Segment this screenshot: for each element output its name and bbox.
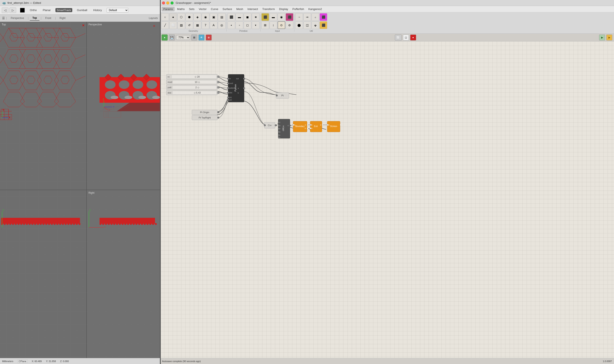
icon-input-3[interactable]: ◉ [278,13,285,21]
icon-box[interactable]: ▧ [177,21,185,29]
planar-btn[interactable]: Planar [41,8,52,12]
history-btn[interactable]: History [92,8,103,12]
icon-brep[interactable]: ◈ [194,13,201,21]
icon-extra[interactable]: ◎ [218,21,226,29]
icon-image[interactable]: ▤ [218,13,226,21]
icon-circle-outline[interactable]: ○ [161,13,169,21]
menu-curve[interactable]: Curve [209,7,220,11]
menu-sets[interactable]: Sets [187,7,196,11]
pt-origin-node[interactable]: Pt Origin [192,110,219,115]
menu-surface[interactable]: Surface [221,7,234,11]
icon-geo[interactable]: ◉ [202,13,209,21]
icon-input-5[interactable]: ⊞ [261,21,269,29]
gh-nav-1[interactable]: ▶ [599,35,605,40]
offcrv-node[interactable]: OffCrv C D P B K T O [278,119,291,139]
icon-util-1[interactable]: → [295,13,303,21]
icon-field[interactable]: ▣ [210,13,217,21]
icon-sphere[interactable]: ● [169,13,177,21]
icon-prim-6[interactable]: ▫ [235,21,243,29]
icon-input-6[interactable]: ↕ [270,21,277,29]
smarttrack-btn[interactable]: SmartTrack [55,8,72,12]
color-swatch[interactable] [20,8,25,13]
icon-prim-4[interactable]: ◾ [252,13,260,21]
icon-util-3[interactable]: ⬦ [312,13,319,21]
menu-maths[interactable]: Maths [175,7,186,11]
close-btn[interactable] [162,1,165,4]
param-mod[interactable]: mod 10 ◇ [166,80,219,84]
icon-prim-1[interactable]: ⬛ [227,13,235,21]
gh-settings-3[interactable]: ● [410,35,416,40]
gh-tool-green[interactable]: ● [162,35,168,40]
icon-input-4[interactable]: ⬛ [286,13,293,21]
icon-prim-5[interactable]: ▪ [227,21,235,29]
python-node[interactable]: Python rx mod pattern dist pt1 pt2 o [227,74,245,102]
menu-pufferfish[interactable]: Pufferfish [291,7,306,11]
icon-matrix[interactable]: ▦ [194,21,201,29]
viewport-perspective[interactable]: Perspective [87,22,160,190]
menu-params[interactable]: Params [162,7,175,11]
gh-nav-2[interactable]: ▶ [606,35,612,40]
icon-prim-expand[interactable]: ▼ [252,21,260,29]
menu-intersect[interactable]: Intersect [246,7,260,11]
gh-tool-save[interactable]: 💾 [169,35,175,40]
gh-fit-view[interactable]: ⊞ [191,35,197,40]
icon-surface[interactable]: ⬡ [177,13,185,21]
param-rx[interactable]: rx ◇ 20 [166,74,219,79]
menu-kangaroo[interactable]: Kangaroo2 [307,7,324,11]
icon-input-8[interactable]: ⊘ [286,21,293,29]
tab-top[interactable]: Top [30,15,39,21]
pt-topright-node[interactable]: Pt TopRight [192,115,219,120]
icon-mesh[interactable]: ⬢ [185,13,193,21]
boundary-node[interactable]: Boundary S S D [293,121,308,132]
cplane-btn[interactable]: CPlane [18,360,27,363]
icon-input-2[interactable]: ▬ [270,13,277,21]
param-dist[interactable]: dist ◇ 5.43 [166,90,219,95]
icon-line[interactable]: ╱ [161,21,169,29]
gh-zoom-select[interactable]: 77% 100% 50% [176,35,190,40]
maximize-btn[interactable] [170,1,173,4]
minimize-btn[interactable] [166,1,169,4]
menu-transform[interactable]: Transform [261,7,276,11]
icon-input-1[interactable]: ⬛ [261,13,269,21]
icon-util-5[interactable]: ⬤ [295,21,303,29]
icon-util-7[interactable]: ⬙ [312,21,319,29]
forward-btn[interactable]: ▷ [9,7,16,13]
viewport-top[interactable]: Top ✕ [0,22,86,190]
tab-perspective[interactable]: Perspective [8,16,27,20]
display-mode-dropdown[interactable]: Default Wireframe Shaded Rendered [107,8,128,13]
gh-settings-2[interactable]: ◻ [403,35,409,40]
icon-util-6[interactable]: ◫ [303,21,311,29]
icon-text[interactable]: A [210,21,217,29]
tab-right[interactable]: Right [57,16,68,20]
gh-settings-1[interactable]: ⬜ [395,35,402,40]
icon-transform[interactable]: ↺ [185,21,193,29]
pt-node[interactable]: Pt [276,92,289,98]
icon-plane[interactable]: ⬜ [169,21,177,29]
icon-util-4[interactable]: ⬛ [320,13,327,21]
viewport-right[interactable]: Right [87,190,160,358]
menu-display[interactable]: Display [277,7,290,11]
icon-util-2[interactable]: ⇒ [303,13,311,21]
gh-preview-off[interactable]: ⊗ [206,35,212,40]
menu-mesh[interactable]: Mesh [235,7,245,11]
icon-number[interactable]: 7 [202,21,209,29]
viewport-front[interactable]: Z Z [0,190,86,358]
menu-icon[interactable]: ☰ [2,16,5,20]
icon-prim-3[interactable]: ◼ [244,13,251,21]
param-patt[interactable]: patt 2 ◇ [166,85,219,90]
menu-vector[interactable]: Vector [197,7,208,11]
back-btn[interactable]: ◁ [2,7,9,13]
tab-front[interactable]: Front [43,16,54,20]
icon-util-8[interactable]: ⬛ [320,21,327,29]
crv-node[interactable]: Crv [264,122,276,128]
icon-prim-2[interactable]: ▬ [235,13,243,21]
extr-node[interactable]: Extr B D B [310,121,323,132]
sunion-node[interactable]: SUnion B [327,121,341,132]
icon-input-7[interactable]: ⊙ [278,21,285,29]
gh-canvas[interactable]: rx ◇ 20 mod 10 ◇ patt 2 ◇ [160,41,614,358]
ortho-btn[interactable]: Ortho [28,8,38,12]
gumball-btn[interactable]: Gumball [76,8,89,12]
icon-prim-7[interactable]: ◻ [244,21,251,29]
layouts-btn[interactable]: Layouts [149,17,158,20]
gh-preview-on[interactable]: 👁 [198,35,204,40]
